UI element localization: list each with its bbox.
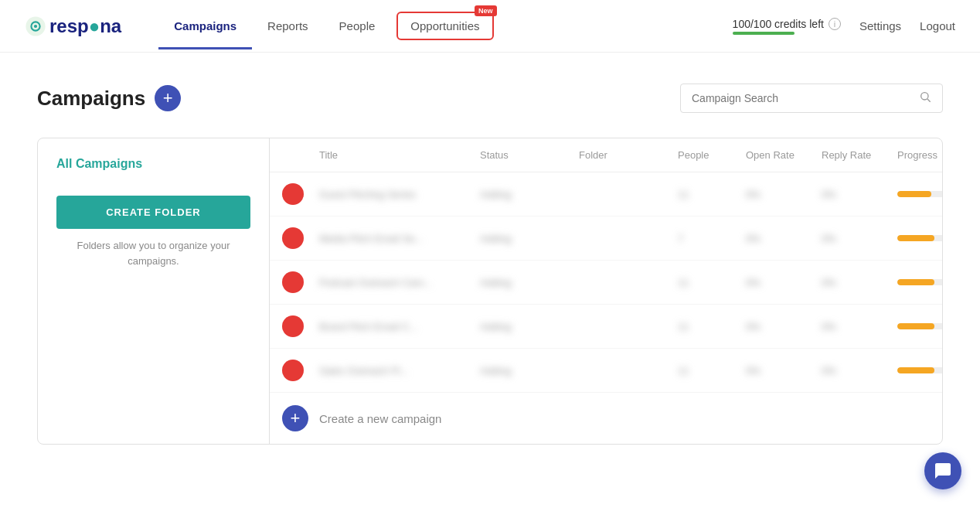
create-campaign-text: Create a new campaign xyxy=(319,412,441,425)
table-rows: Guest Pitching Series Adding 11 0% 0% 11… xyxy=(270,172,943,393)
row-icon-0 xyxy=(282,183,313,205)
sidebar: All Campaigns CREATE FOLDER Folders allo… xyxy=(38,138,270,444)
credits-bar-fill xyxy=(733,32,795,35)
col-open-rate: Open Rate xyxy=(746,149,815,161)
row-people-3: 11 xyxy=(678,321,740,332)
table-area: Title Status Folder People Open Rate Rep… xyxy=(270,138,943,444)
row-status-1: Adding xyxy=(480,233,573,244)
col-icon xyxy=(282,149,313,161)
svg-line-4 xyxy=(927,99,931,102)
page-title-left: Campaigns + xyxy=(37,85,181,111)
row-progress-3 xyxy=(897,323,943,329)
create-campaign-icon: + xyxy=(282,405,308,431)
row-open-rate-3: 0% xyxy=(746,321,815,332)
nav-people[interactable]: People xyxy=(324,2,391,49)
header: resp●na Campaigns Reports People Opportu… xyxy=(0,0,980,53)
nav-campaigns[interactable]: Campaigns xyxy=(158,2,252,49)
nav-opportunities[interactable]: Opportunities New xyxy=(396,12,493,40)
row-open-rate-1: 0% xyxy=(746,233,815,244)
row-open-rate-2: 0% xyxy=(746,277,815,288)
table-row[interactable]: Media Pitch Email Se... Adding 7 0% 0% 1… xyxy=(270,216,943,261)
row-progress-0 xyxy=(897,191,943,197)
row-people-4: 11 xyxy=(678,365,740,377)
row-reply-rate-2: 0% xyxy=(822,277,891,288)
row-title-2: Podcast Outreach Cam... xyxy=(319,277,474,288)
col-status: Status xyxy=(480,149,573,161)
table-row[interactable]: Guest Pitching Series Adding 11 0% 0% 11 xyxy=(270,172,943,216)
row-icon-1 xyxy=(282,227,313,249)
row-reply-rate-0: 0% xyxy=(822,189,891,200)
create-folder-button[interactable]: CREATE FOLDER xyxy=(56,196,250,229)
table-row[interactable]: Podcast Outreach Cam... Adding 11 0% 0% … xyxy=(270,261,943,305)
row-open-rate-4: 0% xyxy=(746,365,815,377)
credits-text: 100/100 credits left xyxy=(733,18,824,30)
sidebar-all-campaigns[interactable]: All Campaigns xyxy=(56,157,250,171)
campaign-search-box xyxy=(680,84,943,113)
row-status-0: Adding xyxy=(480,189,573,200)
row-people-0: 11 xyxy=(678,189,740,200)
row-title-1: Media Pitch Email Se... xyxy=(319,233,474,244)
credits-bar xyxy=(733,32,795,35)
row-status-4: Adding xyxy=(480,365,573,377)
col-reply-rate: Reply Rate xyxy=(822,149,891,161)
credits-section: 100/100 credits left i xyxy=(733,18,841,35)
svg-point-2 xyxy=(34,24,37,27)
table-row[interactable]: Brand Pitch Email C... Adding 11 0% 0% 1… xyxy=(270,305,943,349)
row-open-rate-0: 0% xyxy=(746,189,815,200)
header-right: 100/100 credits left i Settings Logout xyxy=(733,18,955,35)
row-title-0: Guest Pitching Series xyxy=(319,189,474,200)
logo: resp●na xyxy=(25,15,121,37)
row-progress-2 xyxy=(897,279,943,285)
svg-point-3 xyxy=(921,93,928,100)
row-people-1: 7 xyxy=(678,233,740,244)
row-reply-rate-3: 0% xyxy=(822,321,891,332)
nav-logout[interactable]: Logout xyxy=(920,19,955,32)
search-icon xyxy=(919,90,931,106)
content-area: All Campaigns CREATE FOLDER Folders allo… xyxy=(37,138,943,445)
row-icon-4 xyxy=(282,360,313,381)
logo-text: resp●na xyxy=(49,15,121,37)
row-progress-4 xyxy=(897,367,943,373)
col-people: People xyxy=(678,149,740,161)
row-icon-2 xyxy=(282,271,313,293)
col-title: Title xyxy=(319,149,474,161)
table-header: Title Status Folder People Open Rate Rep… xyxy=(270,138,943,172)
col-progress: Progress xyxy=(897,149,943,161)
row-title-4: Sales Outreach Pi... xyxy=(319,365,474,377)
campaign-search-input[interactable] xyxy=(692,92,913,104)
add-campaign-button[interactable]: + xyxy=(155,85,181,111)
main-content: Campaigns + All Campaigns CREATE FOLDER … xyxy=(0,53,980,476)
nav-settings[interactable]: Settings xyxy=(859,19,901,32)
row-reply-rate-4: 0% xyxy=(822,365,891,377)
row-icon-3 xyxy=(282,315,313,337)
row-reply-rate-1: 0% xyxy=(822,233,891,244)
create-campaign-row[interactable]: + Create a new campaign xyxy=(270,393,943,444)
row-people-2: 11 xyxy=(678,277,740,288)
folder-hint: Folders allow you to organize your campa… xyxy=(56,238,250,268)
opportunities-badge: New xyxy=(475,5,497,16)
row-status-2: Adding xyxy=(480,277,573,288)
row-title-3: Brand Pitch Email C... xyxy=(319,321,474,332)
page-title-row: Campaigns + xyxy=(37,84,943,113)
page-title: Campaigns xyxy=(37,87,145,111)
row-status-3: Adding xyxy=(480,321,573,332)
row-progress-1 xyxy=(897,235,943,241)
table-row[interactable]: Sales Outreach Pi... Adding 11 0% 0% 11 xyxy=(270,349,943,393)
col-folder: Folder xyxy=(579,149,672,161)
info-icon[interactable]: i xyxy=(829,18,841,30)
nav-reports[interactable]: Reports xyxy=(252,2,324,49)
main-nav: Campaigns Reports People Opportunities N… xyxy=(158,2,707,49)
